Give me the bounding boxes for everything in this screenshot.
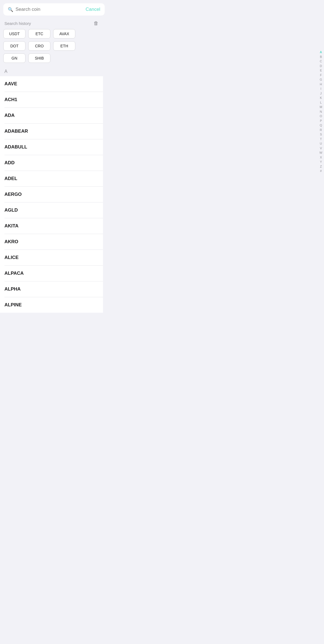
coin-item[interactable]: ADEL <box>4 171 103 187</box>
history-header: Search history 🗑 <box>0 16 103 29</box>
coin-item[interactable]: AKRO <box>4 234 103 250</box>
cancel-button[interactable]: Cancel <box>86 7 100 12</box>
history-tag[interactable]: SHIB <box>28 53 50 63</box>
history-tag[interactable]: AVAX <box>53 29 75 39</box>
coin-item[interactable]: AAVE <box>4 76 103 92</box>
coin-item[interactable]: AERGO <box>4 187 103 202</box>
coin-item[interactable]: ALPHA <box>4 281 103 297</box>
search-input[interactable] <box>16 7 83 12</box>
history-tag[interactable]: CRO <box>28 41 50 51</box>
search-bar: 🔍 Cancel <box>3 3 105 16</box>
history-tag[interactable]: DOT <box>3 41 25 51</box>
history-tag[interactable]: ETC <box>28 29 50 39</box>
coin-list-a: AAVEACH1ADAADABEARADABULLADDADELAERGOAGL… <box>0 76 103 313</box>
history-tag[interactable]: GN <box>3 53 25 63</box>
history-tag[interactable]: USDT <box>3 29 25 39</box>
alphabet-section-a: A <box>0 66 103 76</box>
coin-item[interactable]: ADD <box>4 155 103 171</box>
coin-item[interactable]: AGLD <box>4 202 103 218</box>
coin-item[interactable]: ALPACA <box>4 266 103 281</box>
letter-header-a: A <box>4 68 99 75</box>
coin-item[interactable]: ADABULL <box>4 139 103 155</box>
coin-item[interactable]: ALPINE <box>4 297 103 313</box>
history-title: Search history <box>4 21 31 26</box>
history-tags: USDTETCAVAXDOTCROETHGNSHIB <box>0 29 103 66</box>
trash-icon[interactable]: 🗑 <box>94 20 99 26</box>
history-tag[interactable]: ETH <box>53 41 75 51</box>
search-icon: 🔍 <box>8 7 13 12</box>
coin-item[interactable]: ALICE <box>4 250 103 266</box>
coin-item[interactable]: ADA <box>4 108 103 124</box>
coin-item[interactable]: ADABEAR <box>4 124 103 139</box>
coin-item[interactable]: AKITA <box>4 218 103 234</box>
coin-item[interactable]: ACH1 <box>4 92 103 108</box>
